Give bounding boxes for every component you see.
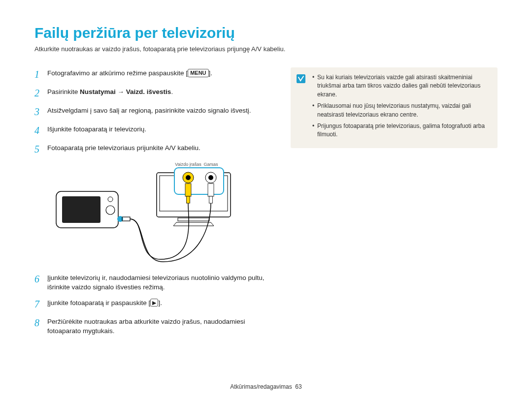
av-cable xyxy=(130,203,211,262)
step-3: 3 Atsižvelgdami į savo šalį ar regioną, … xyxy=(34,105,271,119)
page-footer: Atkūrimas/redagavimas 63 xyxy=(0,383,532,390)
step-text: Atsižvelgdami į savo šalį ar regioną, pa… xyxy=(47,105,251,119)
svg-point-14 xyxy=(106,206,115,215)
step-number: 3 xyxy=(34,105,47,119)
step-text: Fotografavimo ar atkūrimo režime paspaus… xyxy=(47,67,212,81)
step-2-post: . xyxy=(171,88,173,95)
note-list: Su kai kuriais televizoriais vaizde gali… xyxy=(312,73,490,142)
step-7: 7 Įjunkite fotoaparatą ir paspauskite [▶… xyxy=(34,297,271,311)
svg-rect-9 xyxy=(208,184,214,196)
step-number: 1 xyxy=(34,67,47,81)
right-column: Su kai kuriais televizoriais vaizde gali… xyxy=(291,67,498,341)
diagram-svg: Vaizdo įrašas Garsas xyxy=(47,161,244,269)
step-text: Išjunkite fotoaparatą ir televizorių. xyxy=(47,123,146,137)
step-number: 4 xyxy=(34,123,47,137)
page-intro: Atkurkite nuotraukas ar vaizdo įrašus, f… xyxy=(34,45,498,53)
step-2-pre: Pasirinkite xyxy=(47,88,80,95)
step-6: 6 Įjunkite televizorių ir, naudodamiesi … xyxy=(34,272,271,292)
svg-rect-3 xyxy=(174,168,224,194)
step-4: 4 Išjunkite fotoaparatą ir televizorių. xyxy=(34,123,271,137)
svg-rect-2 xyxy=(178,218,209,221)
step-7-post: ]. xyxy=(158,299,162,307)
note-info-icon xyxy=(297,74,305,83)
svg-rect-18 xyxy=(297,74,305,83)
step-number: 2 xyxy=(34,86,47,100)
svg-rect-10 xyxy=(187,196,190,203)
note-item: Prijungus fotoaparatą prie televizoriaus… xyxy=(312,122,490,139)
play-icon: ▶ xyxy=(150,299,158,307)
step-2-bold: Nustatymai → Vaizd. išvestis xyxy=(80,88,171,95)
step-number: 5 xyxy=(34,142,47,156)
diagram-video-label: Vaizdo įrašas xyxy=(175,162,201,167)
step-text: Įjunkite fotoaparatą ir paspauskite [▶]. xyxy=(47,297,162,311)
step-text: Fotoaparatą prie televizoriaus prijunkit… xyxy=(47,142,200,156)
step-5: 5 Fotoaparatą prie televizoriaus prijunk… xyxy=(34,142,271,156)
svg-point-15 xyxy=(108,197,113,202)
step-text: Peržiūrėkite nuotraukas arba atkurkite v… xyxy=(47,316,271,336)
step-2: 2 Pasirinkite Nustatymai → Vaizd. išvest… xyxy=(34,86,271,100)
step-number: 7 xyxy=(34,297,47,311)
left-column: 1 Fotografavimo ar atkūrimo režime paspa… xyxy=(34,67,271,341)
menu-button-label: MENU xyxy=(188,69,208,77)
footer-page-number: 63 xyxy=(295,383,301,390)
step-1: 1 Fotografavimo ar atkūrimo režime paspa… xyxy=(34,67,271,81)
note-box: Su kai kuriais televizoriais vaizde gali… xyxy=(291,67,498,148)
note-item: Priklausomai nuo jūsų televizoriaus nust… xyxy=(312,102,490,119)
step-8: 8 Peržiūrėkite nuotraukas arba atkurkite… xyxy=(34,316,271,336)
svg-rect-8 xyxy=(185,184,191,196)
svg-rect-11 xyxy=(209,196,213,203)
step-number: 6 xyxy=(34,272,47,292)
step-number: 8 xyxy=(34,316,47,336)
diagram-audio-label: Garsas xyxy=(203,162,218,167)
footer-label: Atkūrimas/redagavimas xyxy=(230,383,292,390)
camera-icon xyxy=(56,191,130,228)
svg-rect-17 xyxy=(122,217,130,221)
svg-rect-13 xyxy=(62,196,100,223)
tv-av-panel: Vaizdo įrašas Garsas xyxy=(174,162,224,203)
content-columns: 1 Fotografavimo ar atkūrimo režime paspa… xyxy=(34,67,498,341)
step-7-pre: Įjunkite fotoaparatą ir paspauskite [ xyxy=(47,299,150,307)
page-title: Failų peržiūra per televizorių xyxy=(34,25,498,41)
svg-point-5 xyxy=(186,175,191,180)
step-1-pre: Fotografavimo ar atkūrimo režime paspaus… xyxy=(47,69,188,77)
av-cable-diagram: Vaizdo įrašas Garsas xyxy=(47,161,271,269)
step-text: Įjunkite televizorių ir, naudodamiesi te… xyxy=(47,272,271,292)
svg-point-7 xyxy=(208,175,213,180)
step-text: Pasirinkite Nustatymai → Vaizd. išvestis… xyxy=(47,86,173,100)
step-1-post: ]. xyxy=(209,69,213,77)
note-item: Su kai kuriais televizoriais vaizde gali… xyxy=(312,73,490,99)
page: Failų peržiūra per televizorių Atkurkite… xyxy=(0,0,532,401)
